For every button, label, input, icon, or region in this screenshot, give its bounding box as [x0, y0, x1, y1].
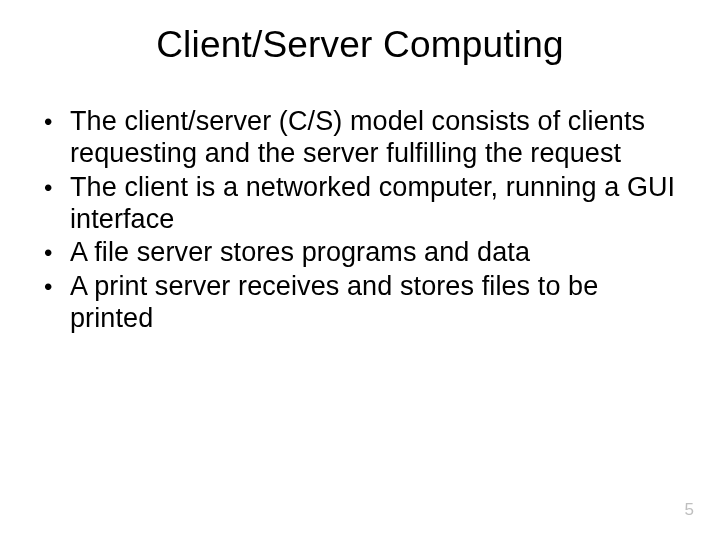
slide-title: Client/Server Computing [0, 0, 720, 66]
slide: Client/Server Computing The client/serve… [0, 0, 720, 540]
bullet-item: The client/server (C/S) model consists o… [40, 106, 680, 170]
bullet-item: The client is a networked computer, runn… [40, 172, 680, 236]
bullet-list: The client/server (C/S) model consists o… [40, 106, 680, 335]
bullet-item: A print server receives and stores files… [40, 271, 680, 335]
bullet-item: A file server stores programs and data [40, 237, 680, 269]
page-number: 5 [685, 500, 694, 520]
slide-body: The client/server (C/S) model consists o… [0, 66, 720, 335]
